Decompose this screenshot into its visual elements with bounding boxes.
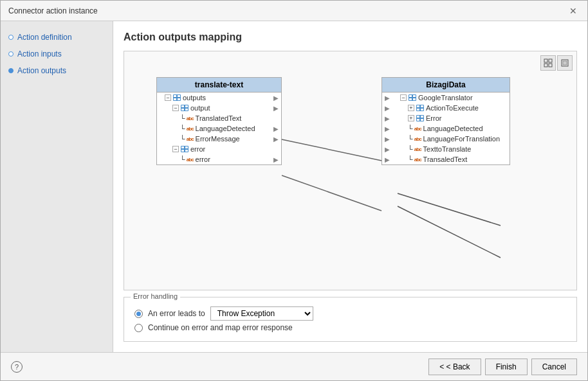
sidebar: Action definition Action inputs Action o…: [1, 21, 113, 352]
tree-label: output: [190, 104, 210, 112]
tree-row-error-leaf: └ abc error ▶: [157, 154, 281, 164]
grid-icon: [180, 104, 189, 112]
expand-icon[interactable]: −: [400, 94, 407, 101]
svg-rect-3: [549, 64, 552, 67]
abc-icon: abc: [414, 136, 421, 142]
expand-icon[interactable]: −: [172, 105, 179, 111]
back-button[interactable]: < < Back: [428, 359, 481, 375]
close-button[interactable]: ✕: [567, 4, 580, 17]
svg-rect-29: [417, 105, 419, 107]
sidebar-item-action-outputs[interactable]: Action outputs: [8, 65, 105, 76]
abc-icon: abc: [187, 157, 194, 163]
throw-exception-select[interactable]: Throw Exception Continue on error: [210, 306, 313, 321]
tree-row-action-to-execute: ▶ + ActionToExecute: [382, 103, 510, 113]
grid-icon: [408, 94, 417, 102]
radio-continue-on-error[interactable]: [134, 324, 143, 332]
svg-rect-9: [174, 95, 176, 97]
main-content: Action outputs mapping: [113, 21, 587, 352]
dropdown-container: Throw Exception Continue on error: [210, 306, 313, 321]
dash-indent: └: [180, 125, 185, 132]
tree-row-outputs: − outputs ▶: [157, 93, 281, 103]
toolbar-icons: [540, 55, 573, 71]
tree-row-lang-detected-right: ▶ └ abc LanguageDetected: [382, 123, 510, 134]
help-button[interactable]: ?: [11, 361, 23, 373]
svg-rect-22: [185, 150, 188, 152]
sidebar-item-label: Action outputs: [17, 66, 66, 75]
page-title: Action outputs mapping: [124, 31, 577, 43]
tree-row-output: − output ▶: [157, 103, 281, 113]
finish-button[interactable]: Finish: [485, 359, 528, 375]
expand-icon[interactable]: +: [408, 105, 414, 111]
sidebar-bullet: [8, 35, 14, 40]
svg-rect-0: [544, 59, 547, 62]
svg-rect-36: [417, 119, 419, 121]
svg-line-39: [282, 175, 381, 211]
cancel-button[interactable]: Cancel: [531, 359, 577, 375]
tree-row-google-translator: ▶ − GoogleTranslator: [382, 93, 510, 103]
sidebar-item-action-definition[interactable]: Action definition: [8, 31, 105, 43]
expand-icon[interactable]: −: [172, 146, 179, 152]
footer-buttons: < < Back Finish Cancel: [428, 359, 577, 375]
svg-rect-14: [181, 105, 184, 107]
radio-throw-exception[interactable]: [134, 310, 143, 318]
svg-line-7: [398, 206, 501, 258]
tree-label: TransaledText: [423, 155, 468, 163]
svg-rect-25: [413, 95, 416, 97]
tree-row-lang-for-translation: ▶ └ abc LanguageForTranslation: [382, 134, 510, 144]
right-tree-box: BizagiData ▶ − GoogleTranslator ▶ +: [381, 77, 510, 165]
sidebar-bullet: [8, 68, 14, 73]
dialog: Connector action instance ✕ Action defin…: [0, 0, 588, 381]
tree-row-translated-text: └ abc TranslatedText: [157, 113, 281, 123]
svg-rect-2: [544, 64, 547, 67]
arrow-right-icon: ▶: [273, 136, 279, 143]
arrow-right-icon: ▶: [273, 94, 279, 102]
tree-label: LanguageDetected: [423, 125, 483, 132]
tree-row-error-message: └ abc ErrorMessage ▶: [157, 134, 281, 144]
fit-view-button[interactable]: [557, 55, 573, 71]
tree-label: TexttoTranslate: [423, 145, 472, 153]
left-tree-box: translate-text − outputs ▶ −: [156, 77, 282, 165]
arrow-left-icon: ▶: [385, 125, 390, 132]
tree-label: ErrorMessage: [196, 135, 240, 143]
sidebar-item-label: Action inputs: [17, 49, 62, 58]
error-option-throw: An error leads to Throw Exception Contin…: [134, 306, 566, 321]
tree-row-error-group: − error: [157, 144, 281, 154]
dash-indent: └: [180, 155, 185, 163]
sidebar-bullet: [8, 51, 14, 57]
expand-all-button[interactable]: [540, 55, 556, 71]
tree-label: error: [190, 145, 205, 153]
grid-icon: [172, 94, 181, 102]
sidebar-item-action-inputs[interactable]: Action inputs: [8, 48, 105, 60]
svg-rect-17: [185, 109, 188, 111]
svg-rect-1: [549, 59, 552, 62]
error-handling-legend: Error handling: [131, 292, 180, 300]
svg-rect-31: [417, 109, 419, 111]
abc-icon: abc: [187, 126, 194, 132]
tree-label: error: [196, 155, 210, 163]
dash-indent: └: [408, 155, 413, 163]
expand-icon[interactable]: −: [165, 94, 171, 101]
sidebar-item-label: Action definition: [17, 33, 72, 42]
tree-label: GoogleTranslator: [418, 94, 473, 102]
dash-indent: └: [408, 125, 413, 132]
tree-label: LanguageDetected: [196, 125, 255, 132]
tree-label: Error: [426, 114, 441, 122]
arrow-left-icon: ▶: [385, 115, 390, 122]
svg-rect-37: [421, 119, 423, 121]
expand-icon[interactable]: +: [408, 115, 414, 121]
arrow-right-icon: ▶: [273, 125, 279, 132]
content-area: Action definition Action inputs Action o…: [1, 21, 587, 352]
abc-icon: abc: [414, 126, 421, 132]
tree-label: TranslatedText: [196, 114, 242, 122]
dash-indent: └: [408, 145, 413, 153]
expand-icon: [544, 58, 553, 67]
right-tree-header: BizagiData: [382, 78, 510, 93]
svg-rect-16: [181, 109, 184, 111]
left-tree-header: translate-text: [157, 78, 281, 93]
svg-rect-24: [409, 95, 412, 97]
grid-icon: [416, 114, 425, 122]
svg-rect-26: [409, 98, 412, 100]
svg-rect-12: [178, 98, 180, 100]
fit-icon: [560, 58, 569, 67]
svg-rect-21: [181, 150, 184, 152]
